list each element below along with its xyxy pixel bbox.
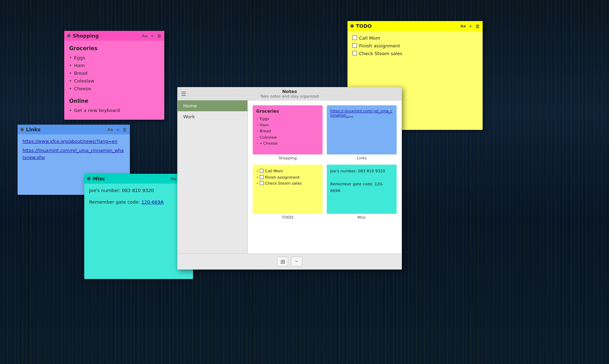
todo-actions: Aa + 🗑 (460, 24, 480, 29)
shopping-add-icon[interactable]: + (150, 33, 154, 39)
online-heading: Online (69, 97, 159, 105)
nm-card-shopping-list: Eggs Ham Bread Coleslaw • Cheese (256, 116, 319, 147)
sidebar-item-home[interactable]: Home (178, 100, 247, 111)
misc-gate: Remember gate code: 120-669A (89, 199, 188, 206)
misc-note: Misc Aa + 🗑 Joe's number: 083 810 9320 R… (84, 174, 193, 279)
link-item[interactable]: https://linuxmint.com/rel_uma_cinnamon_w… (22, 147, 125, 161)
checkbox[interactable] (352, 43, 357, 48)
list-item: Coleslaw (256, 134, 319, 141)
nm-card-shopping-title: Groceries (256, 109, 319, 114)
shopping-note: Shopping Aa + 🗑 Groceries Eggs Ham Bread… (64, 31, 164, 120)
todo-dot (350, 24, 354, 28)
notes-sidebar: Home Work (178, 100, 248, 253)
links-title: Links (26, 127, 105, 132)
todo-item-label: Check Steam sales (359, 50, 402, 58)
notes-manager-titlebar: ☰ Notes Take notes and stay organized (178, 87, 402, 100)
links-actions: Aa + 🗑 (107, 127, 127, 132)
todo-item: Finish assignment (352, 42, 478, 50)
shopping-dot (67, 34, 71, 38)
misc-phone: Joe's number: 083 810 9320 (89, 187, 188, 194)
small-checkbox[interactable] (260, 169, 264, 173)
todo-card-item-label: Finish assignment (265, 174, 300, 181)
notes-manager-window: ☰ Notes Take notes and stay organized Ho… (177, 87, 402, 270)
todo-list: Call Mom Finish assignment Check Steam s… (352, 34, 478, 58)
todo-note-header: TODO Aa + 🗑 (347, 21, 483, 31)
gate-code-link[interactable]: 120-669A (141, 199, 164, 205)
shopping-font-icon[interactable]: Aa (142, 34, 147, 38)
nm-card-todo-list: Call Mom Finish assignment Check Steam s… (256, 168, 319, 187)
notes-manager-subtitle: Take notes and stay organized (260, 94, 319, 99)
nm-add-button[interactable]: ⊞ (277, 257, 288, 266)
misc-dot (87, 177, 91, 180)
nm-card-misc-label: Misc (327, 215, 397, 220)
todo-font-icon[interactable]: Aa (460, 24, 466, 28)
notes-grid: Groceries Eggs Ham Bread Coleslaw • Chee… (248, 100, 402, 225)
todo-item: Check Steam sales (352, 50, 478, 58)
groceries-list: Eggs Ham Bread Coleslaw Cheese (69, 54, 159, 93)
shopping-note-header: Shopping Aa + 🗑 (64, 31, 164, 41)
notes-manager-footer: ⊞ − (178, 253, 402, 269)
notes-manager-title: Notes (282, 89, 297, 94)
nm-card-shopping-label: Shopping (253, 156, 323, 160)
checkbox[interactable] (352, 51, 357, 55)
todo-card-item-label: Check Steam sales (265, 180, 302, 187)
todo-item-label: Finish assignment (359, 42, 400, 50)
todo-card-item: Check Steam sales (256, 180, 319, 187)
list-item: Bread (69, 70, 159, 77)
small-checkbox[interactable] (260, 181, 264, 185)
online-list: Get a new keyboard (69, 107, 159, 114)
todo-delete-icon[interactable]: 🗑 (475, 24, 480, 29)
nm-card-todo[interactable]: Call Mom Finish assignment Check Steam s… (253, 165, 323, 214)
small-checkbox[interactable] (260, 175, 264, 179)
sidebar-item-work[interactable]: Work (178, 111, 247, 122)
misc-body: Joe's number: 083 810 9320 Remember gate… (84, 184, 193, 279)
links-font-icon[interactable]: Aa (107, 127, 113, 132)
misc-font-icon[interactable]: Aa (171, 177, 176, 181)
nm-card-links-label: Links (327, 156, 397, 160)
notes-card-wrapper: Groceries Eggs Ham Bread Coleslaw • Chee… (253, 105, 323, 160)
checkbox[interactable] (352, 35, 357, 40)
links-delete-icon[interactable]: 🗑 (123, 127, 127, 132)
nm-card-shopping[interactable]: Groceries Eggs Ham Bread Coleslaw • Chee… (253, 105, 323, 154)
list-item: Ham (69, 62, 159, 70)
todo-card-item: Call Mom (256, 168, 319, 174)
todo-item-label: Call Mom (359, 34, 380, 42)
list-item: • Cheese (256, 140, 319, 147)
link-item[interactable]: https://www.xfce.org/about/news/?lang=en (22, 138, 125, 145)
list-item: Eggs (256, 116, 319, 122)
nm-card-misc[interactable]: Joe's number: 083 810 9320Remember gate … (327, 165, 397, 214)
todo-item: Call Mom (352, 34, 478, 42)
nm-card-todo-label: TODO (253, 215, 323, 220)
shopping-delete-icon[interactable]: 🗑 (157, 33, 161, 39)
notes-card-wrapper: Call Mom Finish assignment Check Steam s… (253, 165, 323, 220)
shopping-actions: Aa + 🗑 (142, 33, 161, 39)
misc-note-header: Misc Aa + 🗑 (84, 174, 193, 184)
list-item: Get a new keyboard (69, 107, 159, 114)
hamburger-menu-icon[interactable]: ☰ (181, 91, 186, 97)
links-add-icon[interactable]: + (116, 127, 120, 132)
shopping-body: Groceries Eggs Ham Bread Coleslaw Cheese… (64, 41, 164, 120)
list-item: Bread (256, 128, 319, 134)
links-dot (20, 128, 24, 131)
links-note-header: Links Aa + 🗑 (18, 125, 130, 134)
nm-remove-button[interactable]: − (291, 257, 302, 266)
list-item: Coleslaw (69, 77, 159, 85)
misc-title: Misc (93, 176, 168, 181)
list-item: Eggs (69, 54, 159, 62)
nm-card-links[interactable]: https://-linuxmint.com/-rel_uma_cinnamon… (327, 105, 397, 154)
nm-card-misc-content: Joe's number: 083 810 9320Remember gate … (330, 168, 393, 194)
list-item: Cheese (69, 85, 159, 93)
notes-manager-body: Home Work Groceries Eggs Ham Bread Coles… (178, 100, 402, 253)
todo-title: TODO (356, 23, 458, 29)
todo-card-item-label: Call Mom (265, 168, 283, 174)
notes-main-area: Groceries Eggs Ham Bread Coleslaw • Chee… (248, 100, 402, 253)
notes-card-wrapper: https://-linuxmint.com/-rel_uma_cinnamon… (327, 105, 397, 160)
notes-card-wrapper: Joe's number: 083 810 9320Remember gate … (327, 165, 397, 220)
groceries-heading: Groceries (69, 44, 159, 53)
shopping-title: Shopping (73, 33, 140, 39)
todo-add-icon[interactable]: + (469, 24, 472, 29)
todo-card-item: Finish assignment (256, 174, 319, 181)
list-item: Ham (256, 122, 319, 128)
nm-card-link-item[interactable]: https://-linuxmint.com/-rel_uma_cinnamon… (330, 109, 393, 117)
